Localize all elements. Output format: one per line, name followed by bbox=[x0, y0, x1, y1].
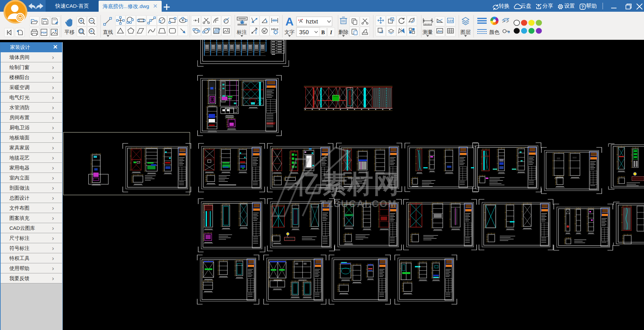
svg-text:B: B bbox=[321, 29, 325, 35]
svg-text:平移: 平移 bbox=[64, 29, 74, 35]
svg-text:hztxt: hztxt bbox=[306, 18, 318, 25]
svg-text:Y: Y bbox=[255, 31, 257, 35]
svg-text:亿素材网: 亿素材网 bbox=[295, 170, 399, 198]
svg-text:I: I bbox=[330, 29, 332, 35]
svg-text:颜色: 颜色 bbox=[489, 29, 499, 35]
svg-text:文字: 文字 bbox=[284, 29, 294, 35]
svg-text:直线: 直线 bbox=[103, 29, 113, 35]
svg-text:图层: 图层 bbox=[461, 29, 471, 35]
svg-text:TZSUCAI.COM: TZSUCAI.COM bbox=[320, 198, 397, 209]
svg-text:?: ? bbox=[581, 4, 584, 9]
svg-text:删除: 删除 bbox=[338, 29, 348, 35]
svg-text:123: 123 bbox=[448, 19, 453, 22]
svg-text:350: 350 bbox=[299, 29, 309, 36]
svg-text:测量: 测量 bbox=[422, 29, 433, 35]
svg-text:A: A bbox=[285, 15, 294, 28]
svg-text:PDF: PDF bbox=[41, 31, 47, 34]
svg-text:标注: 标注 bbox=[236, 29, 247, 35]
